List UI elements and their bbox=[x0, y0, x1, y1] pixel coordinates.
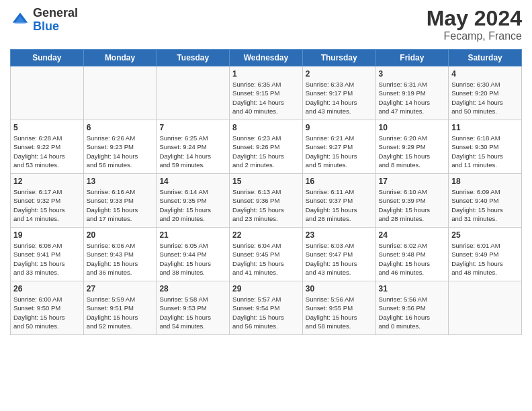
day-number: 9 bbox=[306, 123, 373, 132]
calendar-cell bbox=[11, 66, 84, 120]
cell-details: Sunrise: 6:05 AM Sunset: 9:44 PM Dayligh… bbox=[159, 241, 226, 277]
header: General Blue May 2024 Fecamp, France bbox=[10, 7, 522, 42]
calendar-week-row: 26Sunrise: 6:00 AM Sunset: 9:50 PM Dayli… bbox=[11, 281, 522, 335]
day-number: 27 bbox=[87, 284, 154, 293]
calendar-cell: 23Sunrise: 6:03 AM Sunset: 9:47 PM Dayli… bbox=[302, 228, 375, 281]
cell-details: Sunrise: 6:20 AM Sunset: 9:29 PM Dayligh… bbox=[379, 134, 446, 169]
calendar-cell: 16Sunrise: 6:11 AM Sunset: 9:37 PM Dayli… bbox=[302, 174, 375, 228]
cell-details: Sunrise: 6:10 AM Sunset: 9:39 PM Dayligh… bbox=[379, 187, 446, 223]
cell-details: Sunrise: 5:57 AM Sunset: 9:54 PM Dayligh… bbox=[232, 295, 300, 330]
calendar-cell: 12Sunrise: 6:17 AM Sunset: 9:32 PM Dayli… bbox=[11, 174, 84, 228]
day-number: 29 bbox=[232, 284, 300, 293]
calendar-cell: 2Sunrise: 6:33 AM Sunset: 9:17 PM Daylig… bbox=[302, 66, 375, 120]
logo: General Blue bbox=[10, 7, 78, 34]
day-number: 7 bbox=[159, 123, 226, 132]
calendar-cell: 27Sunrise: 5:59 AM Sunset: 9:51 PM Dayli… bbox=[83, 281, 157, 335]
weekday-header: Saturday bbox=[449, 50, 522, 66]
cell-details: Sunrise: 6:23 AM Sunset: 9:26 PM Dayligh… bbox=[232, 134, 300, 169]
calendar-body: 1Sunrise: 6:35 AM Sunset: 9:15 PM Daylig… bbox=[11, 66, 522, 335]
day-number: 24 bbox=[379, 230, 446, 240]
calendar-cell: 13Sunrise: 6:16 AM Sunset: 9:33 PM Dayli… bbox=[83, 174, 157, 228]
day-number: 16 bbox=[306, 177, 373, 186]
logo-general: General bbox=[33, 7, 78, 20]
calendar-cell: 18Sunrise: 6:09 AM Sunset: 9:40 PM Dayli… bbox=[449, 174, 522, 228]
cell-details: Sunrise: 6:21 AM Sunset: 9:27 PM Dayligh… bbox=[306, 134, 373, 169]
cell-details: Sunrise: 6:25 AM Sunset: 9:24 PM Dayligh… bbox=[159, 134, 226, 169]
cell-details: Sunrise: 6:01 AM Sunset: 9:49 PM Dayligh… bbox=[451, 241, 519, 277]
logo-text: General Blue bbox=[33, 7, 78, 34]
calendar-cell: 9Sunrise: 6:21 AM Sunset: 9:27 PM Daylig… bbox=[302, 120, 375, 174]
day-number: 21 bbox=[159, 230, 226, 240]
day-number: 17 bbox=[379, 177, 446, 186]
day-number: 25 bbox=[451, 230, 519, 240]
cell-details: Sunrise: 6:16 AM Sunset: 9:33 PM Dayligh… bbox=[87, 187, 154, 223]
day-number: 2 bbox=[306, 69, 373, 79]
calendar-week-row: 5Sunrise: 6:28 AM Sunset: 9:22 PM Daylig… bbox=[11, 120, 522, 174]
calendar-cell: 10Sunrise: 6:20 AM Sunset: 9:29 PM Dayli… bbox=[375, 120, 449, 174]
calendar-cell: 4Sunrise: 6:30 AM Sunset: 9:20 PM Daylig… bbox=[449, 66, 522, 120]
cell-details: Sunrise: 6:28 AM Sunset: 9:22 PM Dayligh… bbox=[13, 134, 81, 169]
calendar-cell: 19Sunrise: 6:08 AM Sunset: 9:41 PM Dayli… bbox=[11, 228, 84, 281]
day-number: 22 bbox=[232, 230, 300, 240]
calendar-cell: 8Sunrise: 6:23 AM Sunset: 9:26 PM Daylig… bbox=[230, 120, 303, 174]
calendar-cell: 24Sunrise: 6:02 AM Sunset: 9:48 PM Dayli… bbox=[375, 228, 449, 281]
cell-details: Sunrise: 6:33 AM Sunset: 9:17 PM Dayligh… bbox=[306, 80, 373, 116]
cell-details: Sunrise: 6:08 AM Sunset: 9:41 PM Dayligh… bbox=[13, 241, 81, 277]
day-number: 6 bbox=[87, 123, 154, 132]
day-number: 26 bbox=[13, 284, 81, 293]
weekday-header: Thursday bbox=[302, 50, 375, 66]
day-number: 18 bbox=[451, 177, 519, 186]
calendar-table: SundayMondayTuesdayWednesdayThursdayFrid… bbox=[10, 49, 522, 335]
calendar-page: General Blue May 2024 Fecamp, France Sun… bbox=[0, 0, 532, 342]
weekday-header: Tuesday bbox=[157, 50, 230, 66]
weekday-row: SundayMondayTuesdayWednesdayThursdayFrid… bbox=[11, 50, 522, 66]
day-number: 15 bbox=[232, 177, 300, 186]
cell-details: Sunrise: 6:31 AM Sunset: 9:19 PM Dayligh… bbox=[379, 80, 446, 116]
calendar-cell: 29Sunrise: 5:57 AM Sunset: 9:54 PM Dayli… bbox=[230, 281, 303, 335]
calendar-week-row: 19Sunrise: 6:08 AM Sunset: 9:41 PM Dayli… bbox=[11, 228, 522, 281]
calendar-cell: 25Sunrise: 6:01 AM Sunset: 9:49 PM Dayli… bbox=[449, 228, 522, 281]
cell-details: Sunrise: 5:56 AM Sunset: 9:56 PM Dayligh… bbox=[379, 295, 446, 330]
cell-details: Sunrise: 6:18 AM Sunset: 9:30 PM Dayligh… bbox=[451, 134, 519, 169]
calendar-header: SundayMondayTuesdayWednesdayThursdayFrid… bbox=[11, 50, 522, 66]
calendar-cell bbox=[83, 66, 157, 120]
calendar-week-row: 1Sunrise: 6:35 AM Sunset: 9:15 PM Daylig… bbox=[11, 66, 522, 120]
cell-details: Sunrise: 6:03 AM Sunset: 9:47 PM Dayligh… bbox=[306, 241, 373, 277]
day-number: 30 bbox=[306, 284, 373, 293]
calendar-cell: 17Sunrise: 6:10 AM Sunset: 9:39 PM Dayli… bbox=[375, 174, 449, 228]
calendar-title: May 2024 bbox=[427, 7, 522, 30]
logo-icon bbox=[10, 10, 30, 30]
calendar-week-row: 12Sunrise: 6:17 AM Sunset: 9:32 PM Dayli… bbox=[11, 174, 522, 228]
day-number: 12 bbox=[13, 177, 81, 186]
day-number: 4 bbox=[451, 69, 519, 79]
day-number: 31 bbox=[379, 284, 446, 293]
cell-details: Sunrise: 6:11 AM Sunset: 9:37 PM Dayligh… bbox=[306, 187, 373, 223]
day-number: 13 bbox=[87, 177, 154, 186]
calendar-cell: 30Sunrise: 5:56 AM Sunset: 9:55 PM Dayli… bbox=[302, 281, 375, 335]
calendar-cell: 6Sunrise: 6:26 AM Sunset: 9:23 PM Daylig… bbox=[83, 120, 157, 174]
title-block: May 2024 Fecamp, France bbox=[427, 7, 522, 42]
weekday-header: Monday bbox=[83, 50, 157, 66]
day-number: 10 bbox=[379, 123, 446, 132]
weekday-header: Sunday bbox=[11, 50, 84, 66]
day-number: 11 bbox=[451, 123, 519, 132]
cell-details: Sunrise: 6:17 AM Sunset: 9:32 PM Dayligh… bbox=[13, 187, 81, 223]
day-number: 14 bbox=[159, 177, 226, 186]
calendar-cell: 28Sunrise: 5:58 AM Sunset: 9:53 PM Dayli… bbox=[157, 281, 230, 335]
calendar-cell: 15Sunrise: 6:13 AM Sunset: 9:36 PM Dayli… bbox=[230, 174, 303, 228]
cell-details: Sunrise: 6:13 AM Sunset: 9:36 PM Dayligh… bbox=[232, 187, 300, 223]
calendar-cell bbox=[157, 66, 230, 120]
cell-details: Sunrise: 6:06 AM Sunset: 9:43 PM Dayligh… bbox=[87, 241, 154, 277]
cell-details: Sunrise: 6:09 AM Sunset: 9:40 PM Dayligh… bbox=[451, 187, 519, 223]
calendar-cell: 1Sunrise: 6:35 AM Sunset: 9:15 PM Daylig… bbox=[230, 66, 303, 120]
day-number: 1 bbox=[232, 69, 300, 79]
day-number: 3 bbox=[379, 69, 446, 79]
cell-details: Sunrise: 6:02 AM Sunset: 9:48 PM Dayligh… bbox=[379, 241, 446, 277]
day-number: 23 bbox=[306, 230, 373, 240]
day-number: 28 bbox=[159, 284, 226, 293]
calendar-cell: 20Sunrise: 6:06 AM Sunset: 9:43 PM Dayli… bbox=[83, 228, 157, 281]
day-number: 19 bbox=[13, 230, 81, 240]
calendar-cell: 3Sunrise: 6:31 AM Sunset: 9:19 PM Daylig… bbox=[375, 66, 449, 120]
cell-details: Sunrise: 5:59 AM Sunset: 9:51 PM Dayligh… bbox=[87, 295, 154, 330]
calendar-cell: 5Sunrise: 6:28 AM Sunset: 9:22 PM Daylig… bbox=[11, 120, 84, 174]
